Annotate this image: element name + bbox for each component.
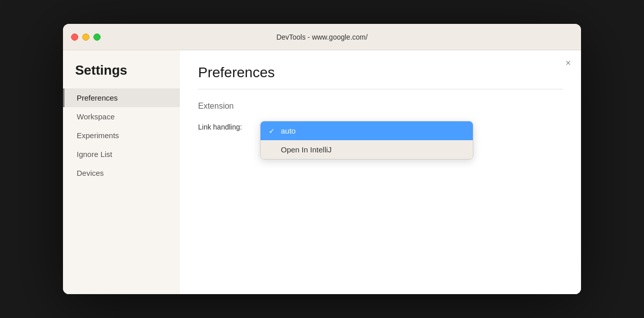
close-settings-button[interactable]: × bbox=[565, 58, 571, 68]
sidebar-item-preferences[interactable]: Preferences bbox=[63, 88, 180, 107]
option-auto-label: auto bbox=[281, 126, 296, 135]
sidebar-item-workspace[interactable]: Workspace bbox=[63, 107, 180, 126]
traffic-lights bbox=[71, 34, 101, 41]
option-intellij-label: Open In IntelliJ bbox=[281, 145, 332, 154]
sidebar-title: Settings bbox=[63, 62, 180, 88]
dropdown-option-auto[interactable]: ✓ auto bbox=[261, 121, 473, 140]
main-content: × Preferences Extension Link handling: ✓… bbox=[180, 50, 581, 294]
check-icon: ✓ bbox=[269, 127, 277, 135]
section-title: Extension bbox=[198, 102, 563, 111]
sidebar-item-devices[interactable]: Devices bbox=[63, 164, 180, 182]
devtools-window: DevTools - www.google.com/ Settings Pref… bbox=[63, 24, 581, 294]
minimize-window-button[interactable] bbox=[82, 34, 89, 41]
sidebar-item-experiments[interactable]: Experiments bbox=[63, 126, 180, 145]
dropdown-option-intellij[interactable]: Open In IntelliJ bbox=[261, 140, 473, 159]
link-handling-dropdown[interactable]: ✓ auto Open In IntelliJ bbox=[260, 121, 473, 160]
close-window-button[interactable] bbox=[71, 34, 78, 41]
window-container: DevTools - www.google.com/ Settings Pref… bbox=[63, 24, 581, 294]
content-area: Settings Preferences Workspace Experimen… bbox=[63, 50, 581, 294]
titlebar: DevTools - www.google.com/ bbox=[63, 24, 581, 50]
dropdown-options-list: ✓ auto Open In IntelliJ bbox=[260, 121, 473, 160]
link-handling-row: Link handling: ✓ auto Open In IntelliJ bbox=[198, 121, 563, 160]
sidebar: Settings Preferences Workspace Experimen… bbox=[63, 50, 180, 294]
maximize-window-button[interactable] bbox=[93, 34, 101, 41]
sidebar-item-ignore-list[interactable]: Ignore List bbox=[63, 145, 180, 164]
field-label: Link handling: bbox=[198, 121, 254, 131]
page-title: Preferences bbox=[198, 65, 563, 81]
title-divider bbox=[198, 89, 563, 89]
window-title: DevTools - www.google.com/ bbox=[276, 33, 368, 41]
